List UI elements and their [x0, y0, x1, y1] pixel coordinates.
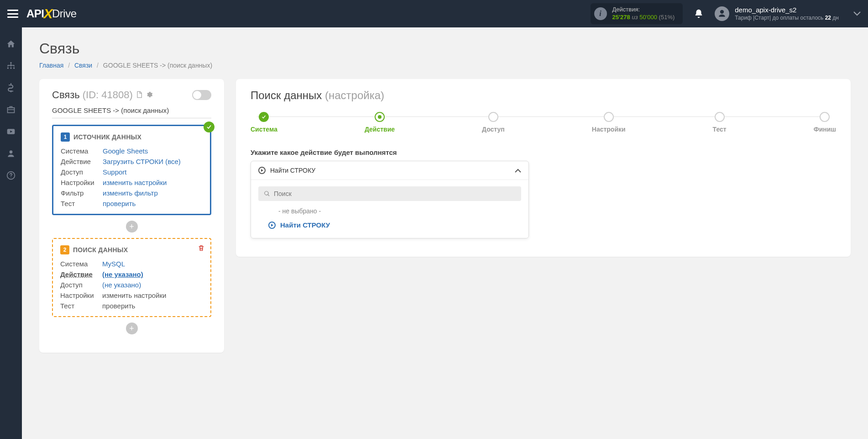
badge-2: 2: [60, 245, 69, 254]
source-filter[interactable]: изменить фильтр: [103, 189, 203, 197]
search-action[interactable]: (не указано): [102, 270, 203, 278]
badge-1: 1: [61, 132, 70, 142]
user-menu[interactable]: demo_apix-drive_s2 Тариф |Старт| до опла…: [715, 5, 861, 21]
source-action[interactable]: Загрузить СТРОКИ (все): [103, 158, 203, 165]
connection-id: (ID: 41808): [83, 89, 133, 101]
action-dropdown: Найти СТРОКУ - не выбрано - Найти СТРОКУ: [251, 161, 529, 238]
step-test[interactable]: Тест: [713, 112, 727, 133]
breadcrumb-current: GOOGLE SHEETS -> (поиск данных): [103, 62, 212, 69]
document-icon[interactable]: [136, 91, 143, 100]
add-step-button-2[interactable]: +: [126, 323, 138, 334]
source-heading: ИСТОЧНИК ДАННЫХ: [73, 133, 141, 141]
stepper: Система Действие Доступ Настройки Тест: [251, 112, 836, 133]
step-finish[interactable]: Финиш: [814, 112, 836, 133]
search-access[interactable]: (не указано): [102, 281, 203, 289]
add-step-button[interactable]: +: [126, 221, 138, 233]
chevron-up-icon: [515, 169, 521, 173]
user-tariff: Тариф |Старт| до оплаты осталось 22 дн: [735, 15, 839, 22]
sidebar-help[interactable]: [5, 170, 16, 181]
config-panel: Поиск данных (настройка) Система Действи…: [236, 79, 851, 257]
actions-label: Действия:: [612, 6, 675, 14]
action-field-label: Укажите какое действие будет выполнятся: [251, 148, 836, 156]
menu-icon[interactable]: [7, 10, 18, 18]
logo[interactable]: APIXDrive: [26, 6, 77, 21]
search-icon: [264, 190, 270, 197]
source-test[interactable]: проверить: [103, 200, 203, 207]
step-access[interactable]: Доступ: [482, 112, 505, 133]
page-title: Связь: [39, 40, 851, 57]
connection-title: Связь: [52, 89, 80, 101]
gear-icon[interactable]: [146, 91, 153, 100]
trash-icon[interactable]: [198, 244, 205, 253]
connection-panel: Связь (ID: 41808) GOOGLE SHEETS -> (поис…: [39, 79, 224, 353]
check-icon: [204, 122, 214, 132]
breadcrumb-links[interactable]: Связи: [74, 62, 92, 69]
search-system[interactable]: MySQL: [102, 260, 203, 268]
actions-counter[interactable]: i Действия: 25'278 из 50'000 (51%): [591, 3, 683, 24]
breadcrumb-home[interactable]: Главная: [39, 62, 63, 69]
sidebar-briefcase[interactable]: [5, 104, 16, 115]
step-settings[interactable]: Настройки: [592, 112, 626, 133]
step-system[interactable]: Система: [251, 112, 277, 133]
search-box: 2 ПОИСК ДАННЫХ Система MySQL Действие (н…: [52, 238, 211, 317]
search-settings: изменить настройки: [102, 291, 203, 299]
enable-toggle[interactable]: [192, 90, 211, 100]
source-settings[interactable]: изменить настройки: [103, 179, 203, 186]
svg-point-1: [10, 150, 13, 153]
option-none[interactable]: - не выбрано -: [258, 207, 521, 215]
topbar: APIXDrive i Действия: 25'278 из 50'000 (…: [0, 0, 868, 27]
dropdown-search[interactable]: [258, 186, 521, 201]
config-title: Поиск данных (настройка): [251, 89, 836, 102]
source-system[interactable]: Google Sheets: [103, 147, 203, 155]
play-icon: [258, 167, 266, 174]
bell-icon[interactable]: [694, 9, 704, 19]
sidebar-billing[interactable]: [5, 82, 16, 93]
option-find-row[interactable]: Найти СТРОКУ: [258, 219, 521, 231]
info-icon: i: [594, 7, 607, 20]
sidebar-home[interactable]: [5, 38, 16, 49]
dropdown-selected: Найти СТРОКУ: [270, 167, 315, 174]
sidebar-connections[interactable]: [5, 60, 16, 71]
user-name: demo_apix-drive_s2: [735, 5, 839, 15]
avatar-icon: [715, 6, 729, 21]
chevron-down-icon: [853, 11, 861, 16]
dropdown-search-input[interactable]: [274, 190, 516, 197]
actions-values: 25'278 из 50'000 (51%): [612, 14, 675, 21]
dropdown-toggle[interactable]: Найти СТРОКУ: [251, 161, 528, 180]
sidebar-video[interactable]: [5, 126, 16, 137]
breadcrumb: Главная / Связи / GOOGLE SHEETS -> (поис…: [39, 62, 851, 69]
source-access[interactable]: Support: [103, 168, 203, 176]
sidebar: [0, 27, 22, 365]
play-icon: [268, 222, 276, 229]
source-box: 1 ИСТОЧНИК ДАННЫХ Система Google Sheets …: [52, 125, 211, 215]
connection-name: GOOGLE SHEETS -> (поиск данных): [52, 106, 211, 118]
sidebar-account[interactable]: [5, 148, 16, 159]
step-action[interactable]: Действие: [365, 112, 395, 133]
search-heading: ПОИСК ДАННЫХ: [73, 246, 128, 254]
search-test: проверить: [102, 302, 203, 310]
